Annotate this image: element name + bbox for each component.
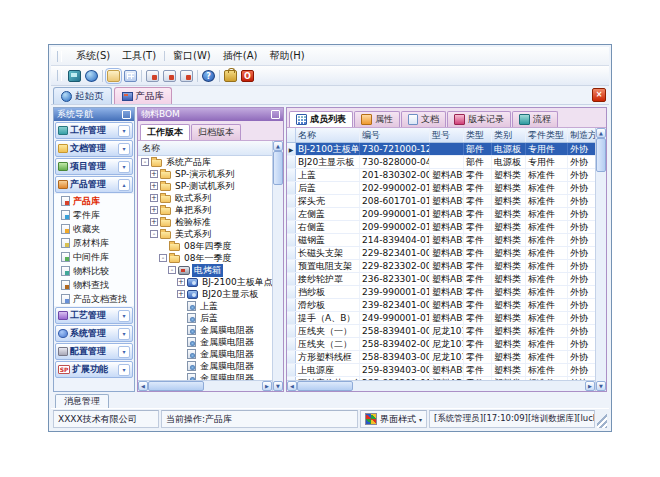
open-folder-icon[interactable] bbox=[107, 70, 120, 82]
chevron-icon[interactable]: ▾ bbox=[118, 161, 130, 173]
scroll-down-icon[interactable] bbox=[273, 381, 283, 391]
tree-node[interactable]: - 电烤箱 bbox=[138, 264, 272, 276]
tree-node[interactable]: - 08年一季度 bbox=[138, 252, 272, 264]
nav-group-header[interactable]: 文档管理 ▾ bbox=[55, 140, 133, 157]
expander-icon[interactable]: - bbox=[159, 254, 167, 262]
tree-node[interactable]: + SP-测试机系列 bbox=[138, 180, 272, 192]
toolbar-divider[interactable] bbox=[141, 70, 142, 82]
column-header[interactable]: 类型 bbox=[464, 128, 492, 142]
document-tab[interactable]: 产品库 bbox=[114, 87, 173, 104]
detail-tab[interactable]: 成员列表 bbox=[289, 111, 353, 127]
scroll-left-icon[interactable] bbox=[287, 381, 297, 391]
toolbar-divider[interactable] bbox=[102, 70, 103, 82]
tree-node[interactable]: + 检验标准 bbox=[138, 216, 272, 228]
table-row[interactable]: BJ-2100主板单点 730-721000-12E 部件 电源板 专用件 外协… bbox=[287, 143, 595, 156]
vertical-scrollbar[interactable] bbox=[595, 128, 606, 391]
report-icon-1[interactable] bbox=[146, 70, 159, 82]
nav-group-header[interactable]: 工艺管理 ▾ bbox=[55, 307, 133, 324]
table-row[interactable]: 滑纱板 239-823401-00E 塑料ABS 零件 塑料类 标准件 外协 条 bbox=[287, 299, 595, 312]
tree-column-header[interactable]: 名称 bbox=[138, 141, 272, 156]
tree-node[interactable]: 金属膜电阻器 bbox=[138, 348, 272, 360]
nav-group-header[interactable]: 工作管理 ▾ bbox=[55, 122, 133, 139]
nav-group-header[interactable]: 项目管理 ▾ bbox=[55, 158, 133, 175]
report-icon-3[interactable] bbox=[180, 70, 193, 82]
nav-group-header[interactable]: 系统管理 ▾ bbox=[55, 325, 133, 342]
drag-grip[interactable] bbox=[57, 51, 62, 62]
table-row[interactable]: 左侧盖 209-990001-01E 塑料ABS 零件 塑料类 标准件 外协 条 bbox=[287, 208, 595, 221]
window-grid-icon[interactable] bbox=[124, 70, 137, 82]
tree-node[interactable]: + 欧式系列 bbox=[138, 192, 272, 204]
nav-item[interactable]: 产品库 bbox=[54, 194, 134, 208]
expander-icon[interactable]: + bbox=[150, 170, 158, 178]
nav-item[interactable]: 物料比较 bbox=[54, 264, 134, 278]
table-row[interactable]: 磁钢盖 214-839404-01E 塑料ABS 零件 塑料类 标准件 外协 条 bbox=[287, 234, 595, 247]
table-row[interactable]: 后盖 202-990002-01E 塑料ABS 零件 塑料类 标准件 外协 条 bbox=[287, 182, 595, 195]
column-header[interactable]: 型号 bbox=[430, 128, 464, 142]
scroll-right-icon[interactable] bbox=[262, 381, 272, 391]
table-row[interactable]: 上盖 201-830302-00E 塑料ABS 零件 塑料类 标准件 外协 条 bbox=[287, 169, 595, 182]
nav-item[interactable]: 产品文档查找 bbox=[54, 292, 134, 306]
table-row[interactable]: 接纱轮护罩 236-823301-00E 塑料ABS 零件 塑料类 标准件 外协… bbox=[287, 273, 595, 286]
table-row[interactable]: 预置电阻支架 229-823302-00E 塑料ABS 零件 塑料类 标准件 外… bbox=[287, 260, 595, 273]
menu-item[interactable] bbox=[164, 51, 165, 61]
detail-tab[interactable]: 版本记录 bbox=[447, 111, 511, 127]
menu-item[interactable]: 窗口(W) bbox=[173, 49, 211, 63]
resize-grip[interactable] bbox=[597, 410, 607, 428]
menu-item[interactable]: 帮助(H) bbox=[269, 49, 304, 63]
column-header[interactable]: 名称 bbox=[296, 128, 360, 142]
scroll-up-icon[interactable] bbox=[596, 128, 606, 138]
column-header[interactable]: 类别 bbox=[492, 128, 526, 142]
nav-item[interactable]: 原材料库 bbox=[54, 236, 134, 250]
table-row[interactable]: 长磁头支架 229-823401-00E 塑料ABS 零件 塑料类 标准件 外协… bbox=[287, 247, 595, 260]
column-header[interactable]: 编号 bbox=[360, 128, 430, 142]
tree-node[interactable]: 08年四季度 bbox=[138, 240, 272, 252]
chevron-icon[interactable]: ▾ bbox=[118, 364, 130, 376]
monitor-icon[interactable] bbox=[68, 70, 81, 82]
report-icon-2[interactable] bbox=[163, 70, 176, 82]
tree-node[interactable]: - 系统产品库 bbox=[138, 156, 272, 168]
interface-style-selector[interactable]: 界面样式 ▾ bbox=[360, 410, 427, 428]
nav-group-header[interactable]: 配置管理 ▾ bbox=[55, 343, 133, 360]
tree-node[interactable]: - 美式系列 bbox=[138, 228, 272, 240]
expander-icon[interactable]: + bbox=[177, 290, 185, 298]
scroll-right-icon[interactable] bbox=[585, 381, 595, 391]
column-header[interactable]: 制造方式 bbox=[568, 128, 595, 142]
chevron-icon[interactable]: ▾ bbox=[118, 310, 130, 322]
stop-icon[interactable] bbox=[241, 70, 254, 82]
scroll-up-icon[interactable] bbox=[273, 141, 283, 151]
scrollbar-thumb[interactable] bbox=[297, 381, 353, 391]
scrollbar-thumb[interactable] bbox=[273, 151, 283, 185]
tree-node[interactable]: 金属膜电阻器 bbox=[138, 360, 272, 372]
vertical-scrollbar[interactable] bbox=[272, 141, 283, 391]
detail-tab[interactable]: 属性 bbox=[354, 111, 400, 127]
chevron-icon[interactable]: ▾ bbox=[118, 328, 130, 340]
table-row[interactable]: 压线夹（二） 258-839402-00E 尼龙1010 零件 塑料类 标准件 … bbox=[287, 338, 595, 351]
detail-tab[interactable]: 文档 bbox=[401, 111, 446, 127]
detail-tab[interactable]: 流程 bbox=[512, 111, 558, 127]
tree-node[interactable]: 后盖 bbox=[138, 312, 272, 324]
table-row[interactable]: 上电源座 259-839403-00E 塑料ABS 零件 塑料类 标准件 外协 … bbox=[287, 364, 595, 377]
tree-node[interactable]: 金属膜电阻器 bbox=[138, 372, 272, 380]
menu-item[interactable]: 插件(A) bbox=[223, 49, 258, 63]
tree-node[interactable]: 金属膜电阻器 bbox=[138, 324, 272, 336]
tree-node[interactable]: 金属膜电阻器 bbox=[138, 336, 272, 348]
expander-icon[interactable]: + bbox=[150, 218, 158, 226]
close-tab-icon[interactable] bbox=[592, 88, 606, 102]
pin-icon[interactable] bbox=[271, 110, 280, 119]
bom-version-tab[interactable]: 工作版本 bbox=[140, 124, 190, 140]
nav-item[interactable]: 中间件库 bbox=[54, 250, 134, 264]
menu-item[interactable]: 系统(S) bbox=[76, 49, 110, 63]
scroll-left-icon[interactable] bbox=[138, 381, 148, 391]
table-row[interactable]: BJ20主显示板 730-828000-04E 部件 电源板 专用件 外协 颗 bbox=[287, 156, 595, 169]
expander-icon[interactable]: - bbox=[141, 158, 149, 166]
tree-node[interactable]: 上盖 bbox=[138, 300, 272, 312]
chevron-icon[interactable]: ▾ bbox=[118, 346, 130, 358]
nav-group-header[interactable]: 扩展功能 ▾ bbox=[55, 361, 133, 378]
bom-version-tab[interactable]: 归档版本 bbox=[191, 124, 241, 140]
expander-icon[interactable]: + bbox=[150, 194, 158, 202]
table-row[interactable]: 方形塑料线框 258-839403-00E 尼龙1010 零件 塑料类 标准件 … bbox=[287, 351, 595, 364]
tree-node[interactable]: + SP-演示机系列 bbox=[138, 168, 272, 180]
nav-item[interactable]: 零件库 bbox=[54, 208, 134, 222]
nav-item[interactable]: 物料查找 bbox=[54, 278, 134, 292]
message-manager-tab[interactable]: 消息管理 bbox=[55, 394, 109, 408]
